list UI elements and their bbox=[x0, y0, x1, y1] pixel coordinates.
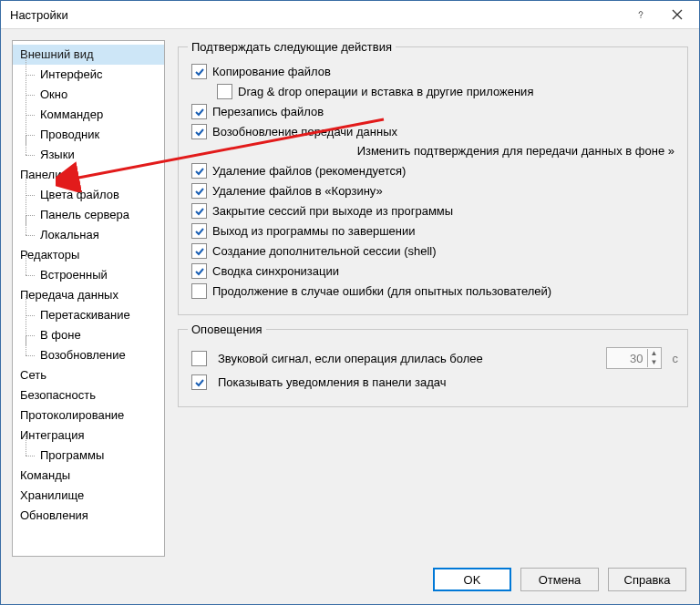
label-copy: Копирование файлов bbox=[212, 65, 331, 78]
tree-node-transfer[interactable]: Передача данных bbox=[13, 285, 164, 305]
checkbox-delete[interactable] bbox=[191, 163, 207, 179]
checkbox-copy[interactable] bbox=[191, 64, 207, 79]
checkbox-continue[interactable] bbox=[191, 283, 207, 299]
titlebar: Настройки bbox=[1, 1, 699, 29]
label-resume: Возобновление передачи данных bbox=[212, 125, 397, 138]
window-title: Настройки bbox=[10, 8, 623, 22]
tree-node-languages[interactable]: Языки bbox=[13, 145, 164, 165]
tree-node-explorer[interactable]: Проводник bbox=[13, 125, 164, 145]
checkbox-shell[interactable] bbox=[191, 243, 207, 259]
seconds-unit: с bbox=[673, 352, 679, 365]
svg-point-0 bbox=[640, 17, 641, 18]
ok-button[interactable]: OK bbox=[433, 568, 511, 591]
checkbox-exit[interactable] bbox=[191, 223, 207, 239]
spin-up-icon[interactable]: ▲ bbox=[648, 349, 661, 358]
tree-node-logging[interactable]: Протоколирование bbox=[13, 405, 164, 426]
checkbox-recycle[interactable] bbox=[191, 183, 207, 199]
checkbox-overwrite[interactable] bbox=[191, 104, 207, 119]
tree-node-resume[interactable]: Возобновление bbox=[13, 345, 164, 365]
tree-node-serverpanel[interactable]: Панель сервера bbox=[13, 205, 164, 225]
tree-node-commander[interactable]: Коммандер bbox=[13, 105, 164, 125]
tree-node-background[interactable]: В фоне bbox=[13, 325, 164, 345]
tree-node-editors[interactable]: Редакторы bbox=[13, 245, 164, 265]
tree-node-interface[interactable]: Интерфейс bbox=[13, 65, 164, 85]
tree-node-filecolors[interactable]: Цвета файлов bbox=[13, 185, 164, 205]
tree-node-commands[interactable]: Команды bbox=[13, 466, 164, 486]
tree-node-integration[interactable]: Интеграция bbox=[13, 426, 164, 446]
tree-node-security[interactable]: Безопасность bbox=[13, 385, 164, 405]
checkbox-close-sessions[interactable] bbox=[191, 203, 207, 219]
checkbox-resume[interactable] bbox=[191, 124, 207, 139]
label-taskbar: Показывать уведомления в панели задач bbox=[218, 375, 447, 389]
settings-tree[interactable]: Внешний вид Интерфейс Окно Коммандер Про… bbox=[12, 40, 165, 557]
label-recycle: Удаление файлов в «Корзину» bbox=[212, 184, 383, 198]
label-beep: Звуковой сигнал, если операция длилась б… bbox=[218, 352, 601, 365]
cancel-button[interactable]: Отмена bbox=[520, 568, 599, 591]
group-confirm-legend: Подтверждать следующие действия bbox=[188, 40, 396, 54]
tree-node-appearance[interactable]: Внешний вид bbox=[13, 45, 164, 65]
checkbox-taskbar[interactable] bbox=[191, 374, 207, 390]
group-confirm-actions: Подтверждать следующие действия Копирова… bbox=[178, 40, 688, 315]
label-overwrite: Перезапись файлов bbox=[212, 105, 324, 118]
tree-node-dragdrop[interactable]: Перетаскивание bbox=[13, 305, 164, 325]
tree-node-internal[interactable]: Встроенный bbox=[13, 265, 164, 285]
link-bg-confirmations[interactable]: Изменить подтверждения для передачи данн… bbox=[188, 144, 674, 158]
tree-node-updates[interactable]: Обновления bbox=[13, 506, 164, 526]
label-syncsum: Сводка синхронизации bbox=[212, 264, 339, 278]
tree-node-storage[interactable]: Хранилище bbox=[13, 486, 164, 506]
dialog-buttons: OK Отмена Справка bbox=[1, 557, 699, 604]
checkbox-beep[interactable] bbox=[191, 351, 207, 366]
help-button[interactable]: Справка bbox=[608, 568, 686, 591]
label-close-sessions: Закрытие сессий при выходе из программы bbox=[212, 204, 453, 218]
help-icon[interactable] bbox=[623, 2, 659, 27]
label-exit: Выход из программы по завершении bbox=[212, 224, 416, 238]
label-delete: Удаление файлов (рекомендуется) bbox=[212, 164, 406, 178]
label-dragdrop: Drag & drop операции и вставка в другие … bbox=[238, 85, 533, 98]
tree-node-network[interactable]: Сеть bbox=[13, 365, 164, 385]
client-area: Внешний вид Интерфейс Окно Коммандер Про… bbox=[1, 29, 699, 604]
checkbox-dragdrop[interactable] bbox=[217, 84, 232, 99]
label-continue: Продолжение в случае ошибки (для опытных… bbox=[212, 284, 551, 298]
group-notifications: Оповещения Звуковой сигнал, если операци… bbox=[178, 323, 688, 407]
settings-dialog: Настройки Внешний вид Интерфейс Окно Ком… bbox=[0, 0, 700, 605]
right-pane: Подтверждать следующие действия Копирова… bbox=[178, 40, 688, 557]
tree-node-localpanel[interactable]: Локальная bbox=[13, 225, 164, 245]
tree-node-panels[interactable]: Панели bbox=[13, 165, 164, 185]
tree-node-apps[interactable]: Программы bbox=[13, 446, 164, 466]
tree-node-window[interactable]: Окно bbox=[13, 85, 164, 105]
spin-down-icon[interactable]: ▼ bbox=[648, 358, 661, 367]
group-notify-legend: Оповещения bbox=[188, 323, 266, 336]
close-icon[interactable] bbox=[659, 2, 695, 27]
seconds-input[interactable] bbox=[607, 350, 647, 367]
checkbox-syncsum[interactable] bbox=[191, 263, 207, 279]
seconds-spinner[interactable]: ▲ ▼ bbox=[606, 347, 662, 369]
label-shell: Создание дополнительной сессии (shell) bbox=[212, 244, 437, 258]
